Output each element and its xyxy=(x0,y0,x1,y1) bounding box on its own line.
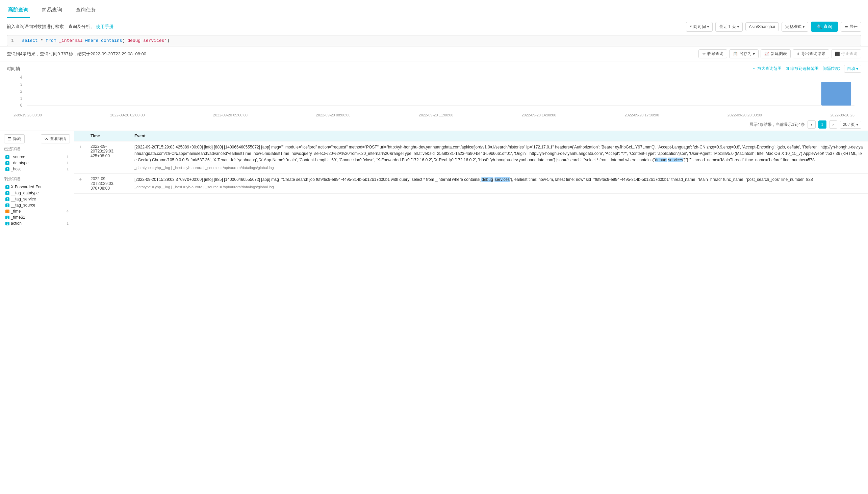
chart-icon: 📈 xyxy=(764,52,770,56)
field-name: __tag_service xyxy=(11,197,36,202)
new-chart-btn[interactable]: 📈 新建图表 xyxy=(761,49,791,58)
type-badge: t xyxy=(5,185,10,189)
field-host[interactable]: t _host 1 xyxy=(4,166,70,172)
col-event-header: Event xyxy=(130,131,868,141)
expand-icon: ☰ xyxy=(844,24,848,29)
row-expand-btn[interactable]: + xyxy=(74,174,87,194)
field-count: 1 xyxy=(67,155,69,159)
hide-icon: ☰ xyxy=(8,137,12,141)
svg-text:2: 2 xyxy=(20,89,22,94)
type-badge: t xyxy=(5,197,10,201)
svg-text:1: 1 xyxy=(20,95,22,100)
interval-select[interactable]: 自动 ▾ xyxy=(844,65,861,73)
results-table: Time ↕ Event + 2022-09-20T23:29:03.425+0… xyxy=(74,131,868,194)
field-name: _time$1 xyxy=(11,215,25,220)
export-btn[interactable]: ⬆ 导出查询结果 xyxy=(793,49,829,58)
chevron-down-icon: ▾ xyxy=(803,25,804,29)
result-bar: 查询到4条结果，查询时间0.767秒，结束于2022-09-20T23:29:0… xyxy=(0,46,868,61)
field-datatype[interactable]: t _datatype 1 xyxy=(4,160,70,166)
page-size-selector[interactable]: 20 / 页 ▾ xyxy=(840,121,861,129)
type-badge: t xyxy=(5,222,10,225)
zoom-in-icon: ⊡ xyxy=(785,66,789,71)
chevron-down-icon: ▾ xyxy=(856,66,858,71)
type-badge: t xyxy=(5,161,10,165)
timezone-btn[interactable]: Asia/Shanghai xyxy=(745,22,779,31)
tab-advanced[interactable]: 高阶查询 xyxy=(7,4,30,18)
col-time-header[interactable]: Time ↕ xyxy=(87,131,130,141)
query-button[interactable]: 🔍 查询 xyxy=(811,22,838,32)
star-icon: ☆ xyxy=(702,52,706,56)
field-time[interactable]: ○ _time 4 xyxy=(4,208,70,214)
field-count: 1 xyxy=(67,167,69,171)
chart-x-labels: 2-09-19 23:00:00 2022-09-20 02:00:00 202… xyxy=(7,112,861,118)
type-badge: t xyxy=(5,155,10,159)
left-panel: ☰ 隐藏 👁 查看详情 已选字段: t _source 1 t _datatyp… xyxy=(0,131,74,476)
field-name: _time xyxy=(11,209,21,214)
expand-button[interactable]: ☰ 展开 xyxy=(840,22,861,32)
chart-area: 4 3 2 1 0 xyxy=(7,75,861,112)
chevron-down-icon: ▾ xyxy=(707,25,709,29)
left-panel-header: ☰ 隐藏 👁 查看详情 xyxy=(4,134,70,144)
svg-text:3: 3 xyxy=(20,82,22,87)
row-expand-btn[interactable]: + xyxy=(74,141,87,174)
export-icon: ⬆ xyxy=(796,52,800,56)
time-axis-controls: ↔ 放大查询范围 ⊡ 缩放到选择范围 间隔粒度: 自动 ▾ xyxy=(752,65,861,73)
row-meta: _datatype = yhp__log | _host = yh-aurora… xyxy=(134,165,864,171)
eye-icon: 👁 xyxy=(44,137,49,141)
save-query-btn[interactable]: ☆ 收藏查询 xyxy=(699,49,727,58)
selected-fields-section: 已选字段: t _source 1 t _datatype 1 t _host … xyxy=(4,146,70,172)
zoom-out-btn[interactable]: ↔ 放大查询范围 xyxy=(752,66,781,72)
toolbar-desc: 输入查询语句对数据进行检索、查询及分析。 使用手册 xyxy=(7,24,683,30)
current-page-btn[interactable]: 1 xyxy=(818,120,827,129)
time-type-btn[interactable]: 相对时间 ▾ xyxy=(686,22,713,32)
pagination-info: 展示4条结果，当前显示1到4条 xyxy=(749,122,805,128)
field-action[interactable]: t action 1 xyxy=(4,220,70,226)
type-badge: t xyxy=(5,191,10,195)
zoom-in-btn[interactable]: ⊡ 缩放到选择范围 xyxy=(785,66,818,72)
mode-btn[interactable]: 完整模式 ▾ xyxy=(781,22,808,32)
result-actions: ☆ 收藏查询 📋 另存为 ▾ 📈 新建图表 ⬆ 导出查询结果 ⬛ 停止查询 xyxy=(699,49,861,58)
svg-rect-6 xyxy=(821,82,851,106)
chevron-down-icon: ▾ xyxy=(856,122,858,127)
field-x-forwarded[interactable]: t X-Forwarded-For xyxy=(4,184,70,190)
chevron-down-icon: ▾ xyxy=(737,25,739,29)
stop-icon: ⬛ xyxy=(835,52,840,56)
help-link[interactable]: 使用手册 xyxy=(96,24,113,29)
row-time: 2022-09-20T23:29:03.425+08:00 xyxy=(87,141,130,174)
remaining-fields-label: 剩余字段: xyxy=(4,176,70,182)
save-as-btn[interactable]: 📋 另存为 ▾ xyxy=(729,49,759,58)
type-badge: ○ xyxy=(5,210,10,213)
field-count: 4 xyxy=(67,209,69,213)
field-name: _host xyxy=(11,167,21,171)
field-time1[interactable]: t _time$1 xyxy=(4,214,70,220)
field-tag-service[interactable]: t __tag_service xyxy=(4,196,70,202)
field-count: 1 xyxy=(67,161,69,165)
time-axis-header: 时间轴 ↔ 放大查询范围 ⊡ 缩放到选择范围 间隔粒度: 自动 ▾ xyxy=(7,65,861,73)
tab-bar: 高阶查询 简易查询 查询任务 xyxy=(0,0,868,18)
type-badge: t xyxy=(5,204,10,207)
field-tag-datatype[interactable]: t __tag_datatype xyxy=(4,190,70,196)
query-editor[interactable]: 1 select * from _internal where contains… xyxy=(7,35,861,46)
save-icon: 📋 xyxy=(733,52,738,56)
field-name: action xyxy=(11,221,22,226)
view-detail-btn[interactable]: 👁 查看详情 xyxy=(41,134,70,144)
prev-page-btn[interactable]: ‹ xyxy=(808,120,816,129)
hide-fields-btn[interactable]: ☰ 隐藏 xyxy=(4,134,25,144)
type-badge: t xyxy=(5,216,10,219)
stop-btn[interactable]: ⬛ 停止查询 xyxy=(831,49,861,58)
table-header-row: Time ↕ Event xyxy=(74,131,868,141)
row-meta: _datatype = yhp__log | _host = yh-aurora… xyxy=(134,184,864,190)
tab-task[interactable]: 查询任务 xyxy=(74,4,97,18)
time-chart: 4 3 2 1 0 xyxy=(14,75,854,112)
tab-simple[interactable]: 简易查询 xyxy=(40,4,64,18)
selected-fields-label: 已选字段: xyxy=(4,146,70,152)
field-source[interactable]: t _source 1 xyxy=(4,154,70,160)
field-tag-source[interactable]: t __tag_source xyxy=(4,202,70,208)
query-code: select * from _internal where contains('… xyxy=(22,38,169,43)
time-range-btn[interactable]: 最近 1 天 ▾ xyxy=(715,22,742,32)
field-name: X-Forwarded-For xyxy=(11,185,41,189)
table-row: + 2022-09-20T23:29:03.376+08:00 [2022-09… xyxy=(74,174,868,194)
table-panel: Time ↕ Event + 2022-09-20T23:29:03.425+0… xyxy=(74,131,868,476)
next-page-btn[interactable]: › xyxy=(829,120,837,129)
toolbar: 输入查询语句对数据进行检索、查询及分析。 使用手册 相对时间 ▾ 最近 1 天 … xyxy=(0,18,868,35)
